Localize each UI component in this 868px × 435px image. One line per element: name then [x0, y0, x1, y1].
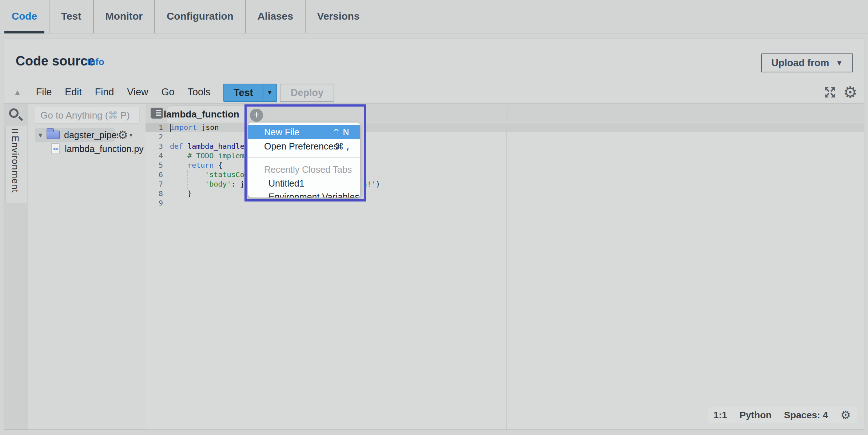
menu-find[interactable]: Find [88, 87, 121, 98]
gutter: 123456789 [146, 123, 169, 208]
pane-splitter-dots [507, 105, 507, 120]
editor-tab-label: lambda_function [164, 109, 239, 120]
cursor-position[interactable]: 1:1 [713, 410, 727, 421]
gutter-line-number: 8 [146, 189, 169, 198]
folder-icon [47, 131, 60, 139]
gutter-line-number: 1 [146, 123, 169, 132]
lambda-code-editor-screen: Code Test Monitor Configuration Aliases … [0, 0, 868, 435]
tab-aliases[interactable]: Aliases [245, 0, 305, 33]
tab-versions[interactable]: Versions [305, 0, 371, 33]
tree-row-folder[interactable]: ▾ dagster_pipes_funct ⚙ ▾ [28, 128, 145, 142]
environment-label: Environment [9, 136, 21, 193]
ide-settings-gear-icon[interactable]: ⚙ [843, 85, 857, 100]
language-mode[interactable]: Python [740, 410, 772, 421]
indent-guide-line [187, 170, 188, 189]
spaces-setting[interactable]: Spaces: 4 [784, 410, 828, 421]
gutter-line-number: 5 [146, 160, 169, 170]
menu-go[interactable]: Go [155, 87, 181, 98]
editor-status-bar: 1:1 Python Spaces: 4 ⚙ [708, 407, 857, 423]
file-name: lambda_function.py [65, 144, 144, 154]
menu-item-untitled1[interactable]: Untitled1 [248, 177, 360, 190]
editor-tab-lambda-function[interactable]: lambda_function × [167, 105, 247, 123]
folder-disclosure-icon[interactable]: ▾ [39, 131, 42, 139]
menu-item-environment-variables[interactable]: Environment Variables [248, 190, 360, 197]
gutter-line-number: 7 [146, 179, 169, 189]
test-dropdown-caret[interactable]: ▼ [263, 84, 276, 101]
recently-closed-tabs-label: Recently Closed Tabs [248, 162, 360, 177]
chevron-down-icon: ▼ [836, 59, 843, 67]
tab-configuration[interactable]: Configuration [154, 0, 245, 33]
environment-tree-icon [12, 129, 18, 133]
tree-row-file[interactable]: <> lambda_function.py [28, 142, 145, 156]
file-tree-panel: ▾ dagster_pipes_funct ⚙ ▾ <> lambda_func… [28, 104, 145, 430]
page-title: Code source [16, 53, 95, 69]
open-preferences-shortcut: ⌘ , [335, 141, 349, 152]
gutter-line-number: 3 [146, 141, 169, 151]
tree-gear-caret-icon: ▾ [130, 132, 132, 139]
ide-toolbar: ▲ File Edit Find View Go Tools Window Te… [4, 81, 864, 104]
tab-monitor[interactable]: Monitor [93, 0, 155, 33]
test-button[interactable]: Test [224, 84, 263, 101]
menu-view[interactable]: View [120, 87, 155, 98]
info-link[interactable]: Info [87, 56, 104, 68]
code-source-panel: Code source Info Upload from ▼ ▲ File Ed… [4, 39, 864, 430]
menu-item-open-preferences[interactable]: Open Preferences ⌘ , [248, 139, 360, 153]
fullscreen-icon[interactable] [822, 85, 837, 100]
tab-list-icon[interactable] [151, 108, 163, 119]
tab-code[interactable]: Code [0, 0, 49, 33]
ide-body: Environment ▾ dagster_pipes_funct ⚙ ▾ [4, 104, 864, 430]
new-tab-menu: New File ^ N Open Preferences ⌘ , Recent… [248, 123, 360, 197]
tab-test[interactable]: Test [49, 0, 93, 33]
sidebar-tab-environment[interactable]: Environment [5, 125, 27, 203]
gutter-line-number: 6 [146, 170, 169, 179]
upload-from-label: Upload from [771, 57, 829, 69]
function-tab-bar: Code Test Monitor Configuration Aliases … [0, 0, 868, 33]
search-icon[interactable] [9, 108, 19, 118]
toolbar-right-icons: ⚙ [822, 85, 857, 100]
file-tree: ▾ dagster_pipes_funct ⚙ ▾ <> lambda_func… [28, 128, 145, 156]
tree-settings-control[interactable]: ⚙ ▾ [118, 128, 132, 142]
deploy-button[interactable]: Deploy [280, 84, 334, 102]
menu-edit[interactable]: Edit [58, 87, 88, 98]
menu-file[interactable]: File [29, 87, 59, 98]
new-file-label: New File [264, 127, 299, 137]
test-split-button: Test ▼ [223, 84, 277, 102]
new-tab-plus-button[interactable]: + [250, 109, 263, 122]
tree-gear-icon: ⚙ [118, 128, 128, 142]
code-source-header: Code source Info Upload from ▼ [4, 39, 864, 81]
goto-anything-input[interactable] [35, 107, 140, 124]
editor-settings-gear-icon[interactable]: ⚙ [840, 408, 851, 422]
gutter-line-number: 2 [146, 132, 169, 141]
gutter-line-number: 4 [146, 151, 169, 160]
menu-tools[interactable]: Tools [181, 87, 217, 98]
folder-name: dagster_pipes_funct [64, 130, 118, 140]
menu-divider [248, 157, 360, 158]
collapse-panel-icon[interactable]: ▲ [13, 88, 21, 97]
menu-item-new-file[interactable]: New File ^ N [248, 125, 360, 139]
sidebar-icon-strip: Environment [4, 104, 28, 430]
gutter-line-number: 9 [146, 198, 169, 208]
new-tab-dropdown: + New File ^ N Open Preferences ⌘ , Rece… [244, 104, 366, 201]
upload-from-button[interactable]: Upload from ▼ [761, 53, 853, 72]
python-file-icon: <> [51, 143, 60, 154]
new-file-shortcut: ^ N [333, 127, 349, 137]
open-preferences-label: Open Preferences [264, 141, 338, 152]
